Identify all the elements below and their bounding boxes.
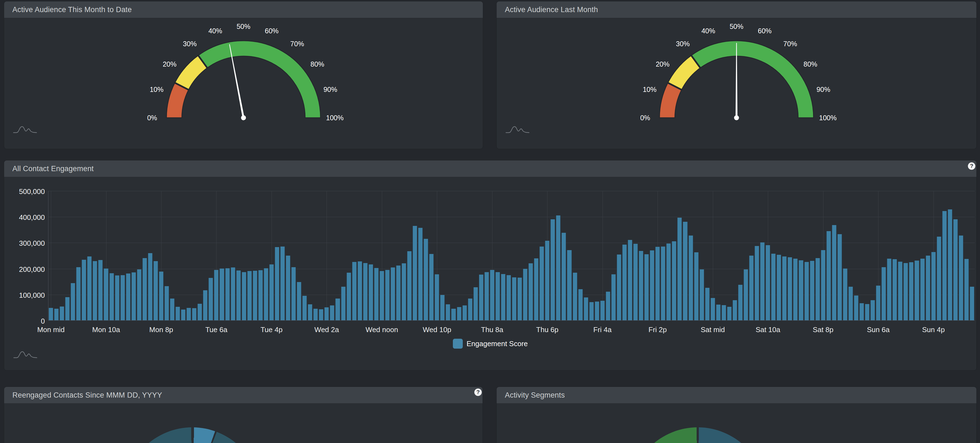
engagement-bar[interactable] (336, 298, 340, 320)
engagement-bar[interactable] (49, 308, 53, 320)
engagement-bar[interactable] (148, 253, 153, 320)
engagement-bar[interactable] (506, 275, 511, 320)
engagement-bar[interactable] (468, 298, 473, 320)
engagement-bar[interactable] (236, 271, 241, 320)
engagement-bar[interactable] (942, 211, 947, 320)
engagement-bar[interactable] (904, 263, 908, 320)
engagement-bar[interactable] (93, 261, 97, 320)
engagement-bar[interactable] (495, 272, 500, 320)
engagement-bar[interactable] (799, 260, 803, 320)
engagement-bar[interactable] (881, 267, 886, 320)
engagement-bar[interactable] (805, 262, 809, 320)
engagement-bar[interactable] (429, 254, 434, 320)
engagement-bar[interactable] (545, 241, 549, 320)
engagement-bar[interactable] (650, 250, 654, 320)
engagement-bar[interactable] (197, 304, 202, 320)
engagement-bar[interactable] (959, 236, 963, 320)
engagement-bar[interactable] (325, 308, 329, 320)
engagement-bar[interactable] (622, 245, 627, 320)
engagement-bar[interactable] (633, 244, 638, 320)
engagement-bar[interactable] (192, 308, 196, 320)
engagement-bar[interactable] (220, 269, 224, 320)
engagement-bar[interactable] (948, 209, 952, 320)
engagement-bar[interactable] (358, 261, 362, 320)
engagement-bar[interactable] (667, 244, 671, 320)
engagement-bar[interactable] (391, 268, 395, 320)
engagement-bar[interactable] (154, 261, 158, 320)
engagement-bar[interactable] (446, 304, 450, 320)
engagement-bar[interactable] (143, 258, 147, 320)
engagement-bar[interactable] (413, 226, 417, 320)
engagement-bar[interactable] (578, 289, 583, 320)
engagement-bar[interactable] (280, 247, 285, 320)
engagement-bar[interactable] (738, 285, 743, 320)
engagement-bar[interactable] (418, 228, 423, 320)
engagement-bar[interactable] (821, 250, 826, 320)
engagement-bar[interactable] (920, 259, 925, 320)
engagement-bar[interactable] (606, 292, 610, 320)
engagement-bar[interactable] (562, 233, 566, 320)
engagement-bar[interactable] (164, 286, 169, 320)
engagement-bar[interactable] (915, 261, 919, 320)
engagement-bar[interactable] (722, 305, 726, 320)
engagement-bar[interactable] (760, 242, 765, 320)
engagement-bar[interactable] (931, 252, 936, 320)
chart-legend[interactable]: Engagement Score (4, 339, 977, 349)
engagement-bar[interactable] (121, 275, 125, 320)
engagement-bar[interactable] (677, 218, 682, 320)
engagement-bar[interactable] (457, 307, 461, 320)
engagement-bar[interactable] (832, 225, 836, 320)
engagement-bar[interactable] (286, 256, 290, 320)
engagement-bar[interactable] (727, 307, 732, 320)
help-icon[interactable]: ? (968, 163, 975, 170)
engagement-bar[interactable] (208, 278, 213, 320)
engagement-bar[interactable] (247, 271, 252, 320)
engagement-bar[interactable] (600, 301, 605, 320)
engagement-bar[interactable] (854, 295, 858, 320)
engagement-bar[interactable] (319, 309, 323, 320)
engagement-bar[interactable] (589, 302, 594, 320)
engagement-bar[interactable] (777, 255, 781, 320)
engagement-bar[interactable] (517, 277, 522, 320)
engagement-bar[interactable] (352, 262, 356, 320)
engagement-bar[interactable] (369, 265, 373, 320)
engagement-bar[interactable] (567, 250, 571, 320)
engagement-bar[interactable] (115, 276, 119, 320)
engagement-bar[interactable] (550, 219, 555, 320)
engagement-bar[interactable] (926, 256, 930, 320)
engagement-bar[interactable] (275, 247, 279, 320)
engagement-bar[interactable] (258, 270, 263, 320)
engagement-bar[interactable] (689, 236, 693, 320)
engagement-bar[interactable] (203, 290, 207, 320)
engagement-bar[interactable] (474, 287, 478, 320)
engagement-bar[interactable] (451, 309, 456, 320)
engagement-bar[interactable] (170, 298, 175, 320)
engagement-bar[interactable] (534, 258, 538, 320)
engagement-bar[interactable] (755, 246, 759, 320)
engagement-bar[interactable] (175, 307, 180, 320)
engagement-bar[interactable] (611, 274, 616, 320)
engagement-bar[interactable] (716, 304, 721, 320)
engagement-bar[interactable] (843, 269, 847, 320)
engagement-bar[interactable] (628, 240, 632, 320)
engagement-bar[interactable] (87, 257, 92, 320)
engagement-bar[interactable] (71, 283, 75, 320)
engagement-bar[interactable] (711, 298, 715, 320)
engagement-bar[interactable] (302, 296, 307, 320)
engagement-bar[interactable] (242, 272, 246, 320)
engagement-bar[interactable] (816, 258, 820, 320)
engagement-bar[interactable] (826, 231, 831, 320)
engagement-bar[interactable] (440, 295, 445, 320)
engagement-bar[interactable] (137, 269, 142, 320)
engagement-bar[interactable] (291, 267, 296, 320)
engagement-bar[interactable] (865, 304, 869, 320)
engagement-bar[interactable] (463, 306, 467, 320)
engagement-bar[interactable] (341, 287, 345, 320)
engagement-bar[interactable] (264, 268, 268, 320)
engagement-bar[interactable] (269, 265, 274, 320)
engagement-bar[interactable] (54, 309, 59, 320)
engagement-bar[interactable] (683, 222, 687, 320)
engagement-bar[interactable] (76, 267, 81, 320)
engagement-bar[interactable] (661, 247, 665, 320)
engagement-bar[interactable] (964, 259, 969, 320)
